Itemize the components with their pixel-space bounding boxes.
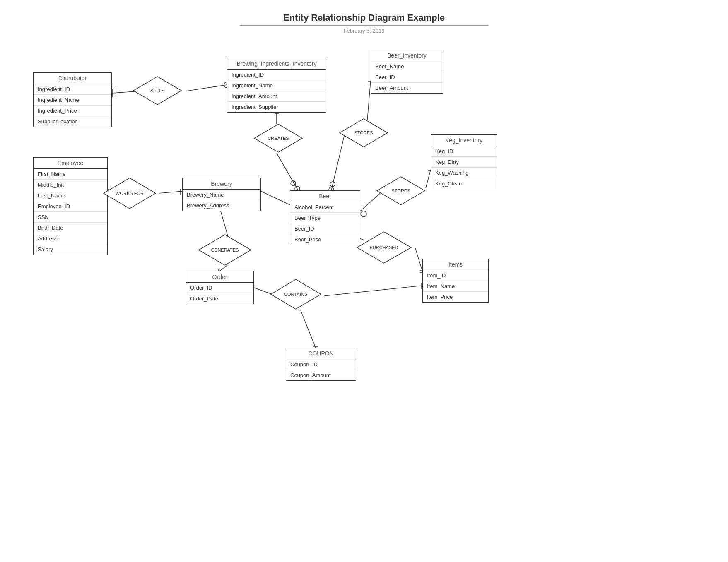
relationship-contains: CONTAINS: [270, 279, 322, 310]
svg-text:GENERATES: GENERATES: [211, 247, 239, 252]
attr: Beer_Amount: [371, 83, 443, 93]
attr: Salary: [34, 244, 107, 255]
relationship-creates: CREATES: [253, 123, 303, 153]
svg-line-11: [367, 81, 371, 120]
entity-beer-attrs: Alcohol_Percent Beer_Type Beer_ID Beer_P…: [290, 202, 360, 245]
attr: Beer_Price: [290, 234, 360, 245]
attr: Ingredient_Name: [34, 95, 111, 106]
attr: Beer_ID: [290, 223, 360, 234]
entity-distributor: Distrubutor Ingredient_ID Ingredient_Nam…: [33, 72, 112, 127]
subtitle: February 5, 2019: [240, 28, 488, 34]
attr: Item_Name: [423, 281, 488, 292]
entity-items-header: Items: [423, 259, 488, 270]
entity-keg-inventory: Keg_Inventory Keg_ID Keg_Dirty Keg_Washi…: [431, 134, 497, 189]
relationship-works-for: WORKS FOR: [103, 177, 157, 209]
attr: Item_Price: [423, 292, 488, 302]
attr: Coupon_Amount: [286, 370, 356, 380]
entity-order: Order Order_ID Order_Date: [186, 271, 254, 304]
attr: Ingredient_Amount: [227, 91, 326, 102]
svg-line-45: [301, 310, 316, 348]
svg-point-18: [361, 211, 366, 217]
entity-items-attrs: Item_ID Item_Name Item_Price: [423, 270, 488, 302]
attr: Coupon_ID: [286, 359, 356, 370]
svg-line-38: [415, 248, 422, 271]
attr: Beer_Type: [290, 213, 360, 223]
attr: First_Name: [34, 169, 107, 180]
attr: Ingredient_Name: [227, 80, 326, 91]
attr: Employee_ID: [34, 201, 107, 212]
relationship-stores2: STORES: [376, 176, 426, 206]
entity-brewery-header: Brewery: [183, 178, 260, 190]
attr: Ingredient_ID: [34, 84, 111, 95]
title-underline: [240, 25, 488, 26]
entity-beer-inventory-header: Beer_Inventory: [371, 50, 443, 61]
svg-text:SELLS: SELLS: [150, 88, 164, 93]
attr: Keg_Washing: [431, 168, 497, 178]
entity-order-header: Order: [186, 271, 253, 283]
attr: Birth_Date: [34, 223, 107, 233]
attr: Alcohol_Percent: [290, 202, 360, 213]
entity-beer: Beer Alcohol_Percent Beer_Type Beer_ID B…: [290, 190, 360, 245]
entity-beer-inventory-attrs: Beer_Name Beer_ID Beer_Amount: [371, 61, 443, 93]
attr: Item_ID: [423, 270, 488, 281]
attr: Keg_Dirty: [431, 157, 497, 168]
entity-beer-inventory: Beer_Inventory Beer_Name Beer_ID Beer_Am…: [371, 50, 443, 94]
attr: Ingredient_Supplier: [227, 102, 326, 112]
attr: Brewery_Address: [183, 200, 260, 211]
entity-distributor-attrs: Ingredient_ID Ingredient_Name Ingredient…: [34, 84, 111, 127]
entity-brewery-attrs: Brewery_Name Brewery_Address: [183, 190, 260, 211]
svg-point-9: [291, 181, 296, 186]
svg-line-28: [261, 191, 290, 205]
relationship-stores1: STORES: [339, 118, 388, 148]
entity-brewing-header: Brewing_Ingredients_Inventory: [227, 58, 326, 70]
attr: Last_Name: [34, 190, 107, 201]
entity-beer-header: Beer: [290, 191, 360, 202]
svg-text:PURCHASED: PURCHASED: [369, 245, 398, 250]
page-title: Entity Relationship Diagram Example: [240, 12, 488, 23]
entity-employee-attrs: First_Name Middle_Init Last_Name Employe…: [34, 169, 107, 255]
attr: Ingredient_ID: [227, 70, 326, 80]
entity-coupon-header: COUPON: [286, 348, 356, 359]
relationship-purchased: PURCHASED: [356, 231, 412, 264]
attr: SupplierLocation: [34, 116, 111, 127]
entity-coupon-attrs: Coupon_ID Coupon_Amount: [286, 359, 356, 380]
svg-line-25: [159, 191, 182, 193]
attr: Order_ID: [186, 283, 253, 293]
entity-brewing-attrs: Ingredient_ID Ingredient_Name Ingredient…: [227, 70, 326, 112]
entity-keg-header: Keg_Inventory: [431, 135, 497, 146]
entity-coupon: COUPON Coupon_ID Coupon_Amount: [286, 348, 356, 381]
title-area: Entity Relationship Diagram Example Febr…: [240, 12, 488, 34]
entity-order-attrs: Order_ID Order_Date: [186, 283, 253, 304]
attr: Beer_ID: [371, 72, 443, 83]
attr: Middle_Init: [34, 180, 107, 190]
svg-text:CONTAINS: CONTAINS: [284, 292, 307, 297]
svg-line-30: [219, 207, 228, 236]
attr: Order_Date: [186, 293, 253, 304]
relationship-sells: SELLS: [133, 76, 182, 106]
svg-line-1: [186, 85, 227, 91]
attr: Keg_Clean: [431, 178, 497, 189]
svg-line-19: [426, 170, 431, 188]
entity-employee: Employee First_Name Middle_Init Last_Nam…: [33, 157, 108, 255]
attr: SSN: [34, 212, 107, 223]
entity-employee-header: Employee: [34, 158, 107, 169]
attr: Beer_Name: [371, 61, 443, 72]
svg-line-8: [277, 153, 298, 190]
attr: Address: [34, 233, 107, 244]
svg-point-15: [330, 182, 335, 187]
relationship-generates: GENERATES: [198, 234, 252, 266]
entity-brewing-ingredients: Brewing_Ingredients_Inventory Ingredient…: [227, 58, 326, 113]
svg-line-43: [324, 286, 422, 296]
svg-text:CREATES: CREATES: [268, 136, 289, 141]
diagram-container: Entity Relationship Diagram Example Febr…: [0, 0, 728, 562]
attr: Ingredient_Price: [34, 106, 111, 116]
entity-distributor-header: Distrubutor: [34, 73, 111, 84]
entity-keg-attrs: Keg_ID Keg_Dirty Keg_Washing Keg_Clean: [431, 146, 497, 189]
svg-text:WORKS FOR: WORKS FOR: [116, 191, 144, 196]
entity-brewery: Brewery Brewery_Name Brewery_Address: [182, 178, 261, 211]
attr: Keg_ID: [431, 146, 497, 157]
svg-text:STORES: STORES: [391, 188, 410, 193]
attr: Brewery_Name: [183, 190, 260, 200]
entity-items: Items Item_ID Item_Name Item_Price: [422, 259, 489, 303]
svg-text:STORES: STORES: [354, 130, 373, 135]
